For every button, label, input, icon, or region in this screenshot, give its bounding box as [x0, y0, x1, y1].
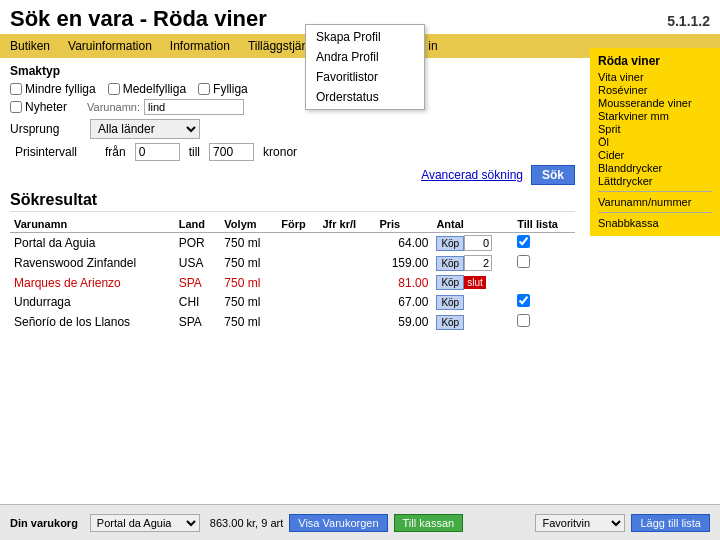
- favorit-select[interactable]: Favoritvin: [535, 514, 625, 532]
- cell-varunamn: Portal da Aguia: [10, 233, 175, 254]
- sidebar-link[interactable]: Vita viner: [598, 71, 712, 83]
- sidebar-snabbkassa[interactable]: Snabbkassa: [598, 217, 712, 229]
- antal-input[interactable]: [464, 235, 492, 251]
- checkbox-mindre-fylliga[interactable]: Mindre fylliga: [10, 82, 96, 96]
- cell-volym: 750 ml: [220, 233, 277, 254]
- cell-till-lista: [513, 292, 575, 312]
- checkbox-medelfylliga-label: Medelfylliga: [123, 82, 186, 96]
- nyheter-row: Nyheter Varunamn:: [10, 99, 575, 115]
- cell-varunamn: Undurraga: [10, 292, 175, 312]
- sidebar-varunamn[interactable]: Varunamn/nummer: [598, 196, 712, 208]
- sidebar-link[interactable]: Blanddrycker: [598, 162, 712, 174]
- cell-land: POR: [175, 233, 221, 254]
- varukorg-label: Din varukorg: [10, 517, 78, 529]
- checkbox-fylliga-input[interactable]: [198, 83, 210, 95]
- cell-volym: 750 ml: [220, 292, 277, 312]
- pris-label: Prisintervall: [15, 145, 95, 159]
- ursprung-select[interactable]: Alla länderFrankrikeItalienSpanienUSAAus…: [90, 119, 200, 139]
- version-label: 5.1.1.2: [667, 13, 710, 29]
- ursprung-row: Ursprung Alla länderFrankrikeItalienSpan…: [10, 119, 575, 139]
- pris-fran-input[interactable]: [135, 143, 180, 161]
- till-lista-checkbox[interactable]: [517, 255, 530, 268]
- cell-land: SPA: [175, 312, 221, 332]
- dropdown-favoritlistor[interactable]: Favoritlistor: [306, 67, 424, 87]
- checkbox-mindre-fylliga-input[interactable]: [10, 83, 22, 95]
- pris-fran-label: från: [105, 145, 126, 159]
- sidebar-link[interactable]: Roséviner: [598, 84, 712, 96]
- cell-land: USA: [175, 253, 221, 273]
- till-kassan-button[interactable]: Till kassan: [394, 514, 464, 532]
- col-header: Pris: [375, 216, 432, 233]
- cell-antal: Köp: [432, 253, 513, 273]
- checkbox-medelfylliga-input[interactable]: [108, 83, 120, 95]
- pris-till-label: till: [189, 145, 200, 159]
- cell-till-lista: [513, 273, 575, 292]
- page-title: Sök en vara - Röda viner: [10, 6, 267, 32]
- checkbox-fylliga-label: Fylliga: [213, 82, 248, 96]
- sidebar-link[interactable]: Sprit: [598, 123, 712, 135]
- cell-antal: Köp: [432, 292, 513, 312]
- right-sidebar: Röda viner Vita vinerRosévinerMousserand…: [590, 48, 720, 236]
- kop-button[interactable]: Köp: [436, 315, 464, 330]
- nav-butiken[interactable]: Butiken: [10, 39, 50, 53]
- dropdown-skapa-profil[interactable]: Skapa Profil: [306, 27, 424, 47]
- cell-pris: 81.00: [375, 273, 432, 292]
- pris-till-input[interactable]: [209, 143, 254, 161]
- checkbox-medelfylliga[interactable]: Medelfylliga: [108, 82, 186, 96]
- col-header: Land: [175, 216, 221, 233]
- main-content: Smaktyp Mindre fylliga Medelfylliga Fyll…: [0, 58, 585, 338]
- kop-button[interactable]: Köp: [436, 256, 464, 271]
- sidebar-link[interactable]: Cider: [598, 149, 712, 161]
- col-header: Volym: [220, 216, 277, 233]
- kop-button[interactable]: Köp: [436, 275, 464, 290]
- lagg-till-lista-button[interactable]: Lägg till lista: [631, 514, 710, 532]
- cell-antal: Köp: [432, 233, 513, 254]
- footer-bar: Din varukorg Portal da Aguia 863.00 kr, …: [0, 504, 720, 540]
- cell-varunamn: Señorío de los Llanos: [10, 312, 175, 332]
- cell-volym: 750 ml: [220, 253, 277, 273]
- cell-forp: [277, 273, 318, 292]
- checkbox-nyheter-input[interactable]: [10, 101, 22, 113]
- sidebar-link[interactable]: Lättdrycker: [598, 175, 712, 187]
- smaktyp-label: Smaktyp: [10, 64, 575, 78]
- sidebar-link[interactable]: Starkviner mm: [598, 110, 712, 122]
- nav-information[interactable]: Information: [170, 39, 230, 53]
- varukorg-select[interactable]: Portal da Aguia: [90, 514, 200, 532]
- cell-jfr: [318, 253, 375, 273]
- table-row: Señorío de los LlanosSPA750 ml59.00Köp: [10, 312, 575, 332]
- till-lista-checkbox[interactable]: [517, 235, 530, 248]
- checkbox-fylliga[interactable]: Fylliga: [198, 82, 248, 96]
- till-lista-checkbox[interactable]: [517, 314, 530, 327]
- cell-jfr: [318, 273, 375, 292]
- kop-button[interactable]: Köp: [436, 236, 464, 251]
- cell-volym: 750 ml: [220, 273, 277, 292]
- ursprung-label: Ursprung: [10, 122, 90, 136]
- visa-varukorgen-button[interactable]: Visa Varukorgen: [289, 514, 387, 532]
- smaktyp-checkboxes: Mindre fylliga Medelfylliga Fylliga: [10, 82, 575, 96]
- nav-varuinformation[interactable]: Varuinformation: [68, 39, 152, 53]
- col-header: Varunamn: [10, 216, 175, 233]
- till-lista-checkbox[interactable]: [517, 294, 530, 307]
- varunamn-hint: Varunamn:: [87, 101, 140, 113]
- dropdown-andra-profil[interactable]: Andra Profil: [306, 47, 424, 67]
- checkbox-nyheter[interactable]: Nyheter: [10, 100, 67, 114]
- cell-volym: 750 ml: [220, 312, 277, 332]
- sidebar-title: Röda viner: [598, 54, 712, 68]
- sidebar-link[interactable]: Mousserande viner: [598, 97, 712, 109]
- sidebar-link[interactable]: Öl: [598, 136, 712, 148]
- checkbox-nyheter-label: Nyheter: [25, 100, 67, 114]
- table-row: UndurragaCHI750 ml67.00Köp: [10, 292, 575, 312]
- kop-button[interactable]: Köp: [436, 295, 464, 310]
- varunamn-input[interactable]: [144, 99, 244, 115]
- cell-land: SPA: [175, 273, 221, 292]
- avancerad-link[interactable]: Avancerad sökning: [421, 168, 523, 182]
- cell-pris: 64.00: [375, 233, 432, 254]
- checkbox-mindre-fylliga-label: Mindre fylliga: [25, 82, 96, 96]
- sidebar-divider: [598, 191, 712, 192]
- dropdown-orderstatus[interactable]: Orderstatus: [306, 87, 424, 107]
- antal-input[interactable]: [464, 255, 492, 271]
- sokresultat-title: Sökresultat: [10, 191, 575, 212]
- sok-button[interactable]: Sök: [531, 165, 575, 185]
- cell-jfr: [318, 233, 375, 254]
- slut-badge: slut: [464, 276, 486, 289]
